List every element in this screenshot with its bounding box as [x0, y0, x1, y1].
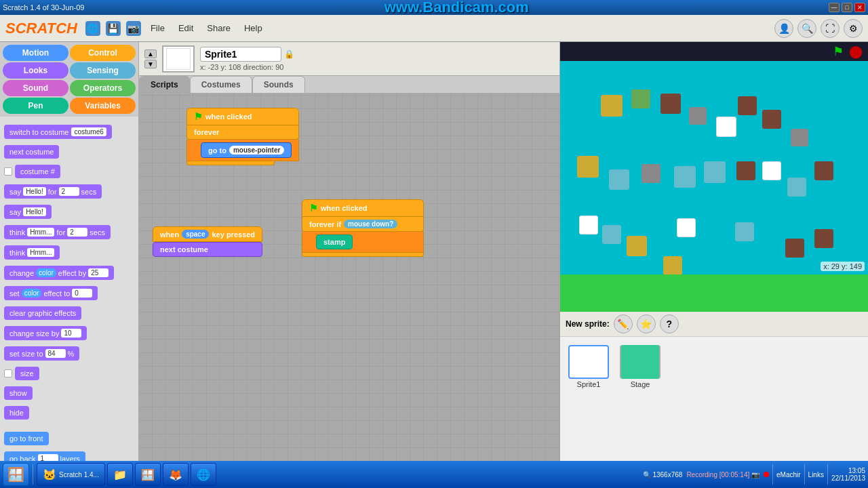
globe-icon[interactable]: 🌐: [85, 21, 100, 36]
block-change-color[interactable]: change color effect by 25: [4, 264, 134, 282]
block-think-hmm[interactable]: think Hmm...: [4, 243, 134, 262]
stage-sprite-4: [689, 107, 707, 125]
block-switch-costume[interactable]: switch to costume costume6: [4, 123, 134, 141]
taskbar-recording: Recording [00:05:14] 📷: [686, 471, 760, 479]
stage-sprite-7: [762, 110, 781, 129]
block-show[interactable]: show: [4, 384, 134, 402]
block-hide[interactable]: hide: [4, 404, 134, 422]
block-set-color[interactable]: set color effect to 0: [4, 284, 134, 302]
cat-sensing[interactable]: Sensing: [70, 62, 136, 79]
cat-looks[interactable]: Looks: [3, 62, 68, 79]
forever-if-block[interactable]: forever if mouse down?: [302, 217, 424, 232]
stage-sprite-6: [738, 96, 757, 115]
tab-costumes[interactable]: Costumes: [190, 76, 252, 93]
green-flag-button[interactable]: ⚑: [833, 44, 844, 59]
taskbar-time: 13:05: [831, 467, 865, 474]
stage-sprite-10: [609, 169, 629, 190]
stage-sprite-19: [602, 225, 621, 244]
cat-variables[interactable]: Variables: [70, 98, 136, 114]
block-change-size[interactable]: change size by 10: [4, 324, 134, 342]
taskbar-scratch[interactable]: 🐱 Scratch 1.4...: [37, 463, 105, 486]
cat-operators[interactable]: Operators: [70, 80, 136, 96]
scripts-area[interactable]: ⚑ when clicked forever go to mouse-point…: [139, 94, 559, 488]
zoom-icon[interactable]: 🔍: [797, 19, 816, 38]
stage-sprite-20: [627, 236, 647, 256]
hat-block-1[interactable]: ⚑ when clicked: [186, 108, 299, 125]
script-tabs: Scripts Costumes Sounds: [139, 76, 559, 94]
user-icon[interactable]: 👤: [774, 19, 793, 38]
hat-block-3[interactable]: ⚑ when clicked: [302, 199, 424, 217]
taskbar-status-area: 🔍 1366x768 Recording [00:05:14] 📷: [643, 471, 769, 479]
nav-up[interactable]: ▲: [144, 49, 157, 58]
block-go-to-front[interactable]: go to front: [4, 430, 134, 447]
tab-sounds[interactable]: Sounds: [252, 76, 305, 93]
tab-scripts[interactable]: Scripts: [139, 76, 190, 93]
script-block-2[interactable]: when space key pressed next costume: [153, 226, 262, 257]
cat-control[interactable]: Control: [70, 45, 136, 61]
taskbar-window[interactable]: 🪟: [135, 463, 161, 486]
block-clear-effects[interactable]: clear graphic effects: [4, 304, 134, 322]
stamp-wrapper[interactable]: stamp: [302, 232, 424, 253]
choose-sprite-button[interactable]: ?: [660, 314, 679, 333]
taskbar-sep-2: [772, 464, 773, 485]
goto-inner[interactable]: go to mouse-pointer: [201, 142, 292, 158]
paint-sprite-button[interactable]: ✏️: [614, 314, 633, 333]
sprite-item-sprite1[interactable]: Sprite1: [566, 342, 612, 391]
goto-block[interactable]: go to mouse-pointer: [186, 140, 299, 161]
block-say-hello[interactable]: say Hello!: [4, 203, 134, 221]
sprite-coords: x: -23 y: 108 direction: 90: [200, 63, 294, 71]
menu-share[interactable]: Share: [203, 20, 235, 36]
new-sprite-bar: New sprite: ✏️ ⭐ ?: [560, 312, 868, 337]
stop-button[interactable]: ⬤: [849, 44, 863, 59]
stage-sprite-18: [579, 216, 598, 235]
save-icon[interactable]: 💾: [106, 21, 121, 36]
cat-pen[interactable]: Pen: [3, 98, 68, 114]
stage-thumb: [620, 345, 660, 379]
forever-block[interactable]: forever: [186, 125, 299, 140]
menu-help[interactable]: Help: [240, 20, 267, 36]
script-block-3[interactable]: ⚑ when clicked forever if mouse down? st…: [302, 199, 424, 257]
nav-down[interactable]: ▼: [144, 60, 157, 68]
start-button[interactable]: 🪟: [3, 463, 29, 486]
minimize-button[interactable]: —: [829, 3, 840, 12]
block-size-var[interactable]: size: [4, 365, 134, 382]
block-next-costume[interactable]: next costume: [4, 143, 134, 161]
taskbar-folder[interactable]: 📁: [107, 463, 133, 486]
sprite-item-stage[interactable]: Stage: [617, 342, 663, 391]
cat-motion[interactable]: Motion: [3, 45, 68, 61]
menu-file[interactable]: File: [146, 20, 169, 36]
surprise-sprite-button[interactable]: ⭐: [637, 314, 656, 333]
block-costume-num[interactable]: costume #: [4, 163, 134, 180]
main-area: Motion Control Looks Sensing Sound Opera…: [0, 42, 868, 488]
fullscreen-icon[interactable]: ⛶: [821, 19, 840, 38]
block-say-hello-secs[interactable]: say Hello! for 2 secs: [4, 182, 134, 201]
stage-sprite-8: [791, 129, 808, 146]
camera-icon[interactable]: 📷: [126, 21, 141, 36]
settings-icon[interactable]: ⚙: [844, 19, 863, 38]
script-block-1[interactable]: ⚑ when clicked forever go to mouse-point…: [186, 108, 299, 165]
taskbar-links: Links: [808, 471, 824, 479]
cat-sound[interactable]: Sound: [3, 80, 68, 96]
maximize-button[interactable]: □: [842, 3, 852, 12]
hat-block-2[interactable]: when space key pressed: [153, 226, 262, 242]
block-set-size[interactable]: set size to 84 %: [4, 344, 134, 363]
next-costume-block[interactable]: next costume: [153, 242, 262, 257]
sprite-name-input[interactable]: [200, 47, 281, 62]
taskbar-sep-4: [827, 464, 828, 485]
sprites-list: Sprite1 Stage: [560, 337, 868, 396]
taskbar-chrome[interactable]: 🌐: [191, 463, 216, 486]
menu-edit[interactable]: Edit: [174, 20, 197, 36]
stage-sprite-11: [642, 164, 660, 183]
stage-sprite-3: [660, 94, 681, 114]
stage-area: x: 29 y: 149: [560, 61, 868, 312]
taskbar-user: eMachir: [776, 471, 801, 479]
rec-indicator: [764, 472, 769, 477]
stage-sprite-9: [577, 156, 599, 178]
block-think-hmm-secs[interactable]: think Hmm... for 2 secs: [4, 223, 134, 241]
scratch-logo: SCRATCH: [5, 20, 77, 37]
right-panel: ⚑ ⬤: [559, 42, 868, 488]
stage-name: Stage: [631, 380, 650, 388]
stamp-block[interactable]: stamp: [316, 235, 353, 249]
close-button[interactable]: ✕: [854, 3, 865, 12]
taskbar-fox[interactable]: 🦊: [163, 463, 189, 486]
